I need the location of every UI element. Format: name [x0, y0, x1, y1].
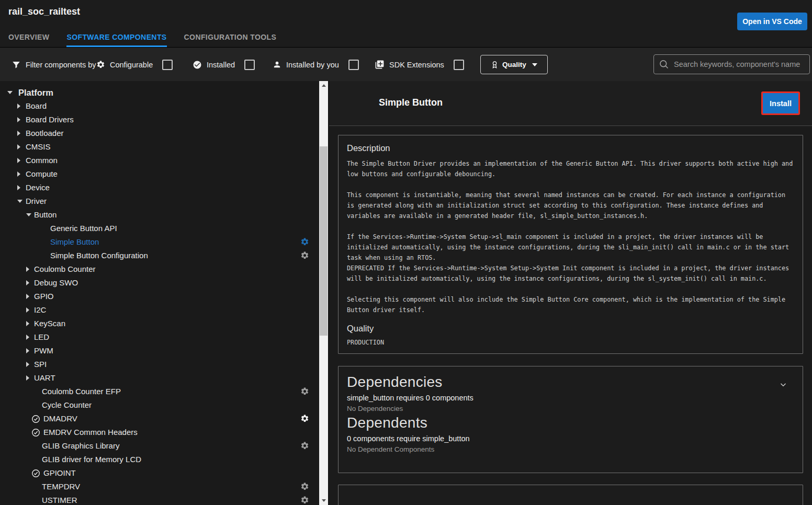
- description-paragraph: Selecting this component will also inclu…: [347, 294, 794, 315]
- collapsed-arrow-icon[interactable]: [26, 280, 29, 285]
- collapsed-arrow-icon[interactable]: [26, 362, 29, 367]
- tree-item-debug-swo[interactable]: Debug SWO: [0, 276, 319, 290]
- tree-item-simple-button[interactable]: Simple Button: [0, 235, 319, 249]
- collapsed-arrow-icon[interactable]: [17, 185, 20, 190]
- tree-item-spi[interactable]: SPI: [0, 358, 319, 371]
- tree-item-label: Device: [26, 183, 50, 192]
- search-input[interactable]: [653, 54, 810, 74]
- expanded-arrow-icon[interactable]: [7, 91, 13, 94]
- collapsed-arrow-icon[interactable]: [26, 348, 29, 353]
- tree-item-bootloader[interactable]: Bootloader: [0, 127, 319, 140]
- collapsed-arrow-icon[interactable]: [26, 267, 29, 272]
- scrollbar-up-button[interactable]: [319, 81, 328, 90]
- installed-by-you-checkbox[interactable]: [348, 60, 359, 70]
- scrollbar-down-button[interactable]: [319, 496, 328, 505]
- installed-checkbox[interactable]: [244, 60, 255, 70]
- quality-heading: Quality: [347, 324, 794, 334]
- next-section-card: [338, 485, 803, 505]
- collapsed-arrow-icon[interactable]: [17, 104, 20, 109]
- collapsed-arrow-icon[interactable]: [17, 117, 20, 122]
- configure-gear-icon[interactable]: [300, 441, 309, 450]
- tree-item-cmsis[interactable]: CMSIS: [0, 140, 319, 154]
- configure-gear-icon[interactable]: [300, 414, 309, 423]
- quality-filter-button[interactable]: Quality: [480, 55, 548, 74]
- tab-overview[interactable]: OVERVIEW: [8, 28, 49, 47]
- tree-item-simple-button-configuration[interactable]: Simple Button Configuration: [0, 249, 319, 262]
- tree-item-led[interactable]: LED: [0, 330, 319, 344]
- search-icon: [659, 59, 669, 70]
- tree-item-label: KeyScan: [34, 319, 65, 328]
- configure-gear-icon[interactable]: [300, 387, 309, 396]
- tree-item-label: EMDRV Common Headers: [43, 428, 138, 437]
- tree-item-glib-graphics-library[interactable]: GLIB Graphics Library: [0, 439, 319, 453]
- expanded-arrow-icon[interactable]: [17, 200, 22, 203]
- tree-item-glib-driver-for-memory-lcd[interactable]: GLIB driver for Memory LCD: [0, 453, 319, 466]
- check-circle-icon: [193, 60, 202, 70]
- tree-item-i2c[interactable]: I2C: [0, 303, 319, 317]
- tree-item-board-drivers[interactable]: Board Drivers: [0, 113, 319, 127]
- tree-item-driver[interactable]: Driver: [0, 194, 319, 208]
- configure-gear-icon[interactable]: [300, 496, 309, 504]
- configure-gear-icon[interactable]: [300, 482, 309, 491]
- tree-item-common[interactable]: Common: [0, 154, 319, 167]
- tree-item-label: Cycle Counter: [42, 400, 92, 409]
- filter-installed-by-you-label: Installed by you: [286, 61, 339, 69]
- open-in-vscode-button[interactable]: Open in VS Code: [737, 13, 807, 30]
- description-paragraph: This component is instantiable, meaning …: [347, 190, 794, 221]
- filter-configurable-label: Configurable: [110, 61, 153, 69]
- tree-item-ustimer[interactable]: USTIMER: [0, 493, 319, 505]
- tree-item-label: SPI: [34, 360, 47, 369]
- collapse-chevron-icon[interactable]: [779, 380, 788, 389]
- tree-item-label: Platform: [18, 88, 53, 97]
- tree-item-generic-button-api[interactable]: Generic Button API: [0, 222, 319, 235]
- tree-item-coulomb-counter[interactable]: Coulomb Counter: [0, 262, 319, 276]
- collapsed-arrow-icon[interactable]: [26, 375, 29, 381]
- dependencies-card: Dependencies simple_button requires 0 co…: [338, 366, 803, 473]
- tree-item-compute[interactable]: Compute: [0, 167, 319, 181]
- tree-item-cycle-counter[interactable]: Cycle Counter: [0, 398, 319, 412]
- tree-item-label: Board: [26, 101, 47, 110]
- tree-item-label: Coulomb Counter: [34, 265, 96, 273]
- expanded-arrow-icon[interactable]: [26, 213, 31, 216]
- tree-item-button[interactable]: Button: [0, 208, 319, 222]
- configure-gear-icon[interactable]: [300, 237, 309, 246]
- collapsed-arrow-icon[interactable]: [26, 321, 29, 326]
- tree-item-label: Compute: [26, 169, 58, 178]
- chevron-down-icon: [532, 63, 537, 66]
- tab-software-components[interactable]: SOFTWARE COMPONENTS: [66, 28, 166, 47]
- scrollbar-thumb[interactable]: [320, 146, 328, 336]
- tree-item-label: DMADRV: [43, 414, 77, 423]
- tree-item-uart[interactable]: UART: [0, 371, 319, 385]
- tree-item-dmadrv[interactable]: DMADRV: [0, 412, 319, 426]
- install-button[interactable]: Install: [761, 91, 800, 115]
- no-dependents-text: No Dependent Components: [347, 445, 794, 453]
- tree-item-coulomb-counter-efp[interactable]: Coulomb Counter EFP: [0, 385, 319, 398]
- tree-item-platform[interactable]: Platform: [0, 86, 319, 99]
- collapsed-arrow-icon[interactable]: [17, 131, 20, 136]
- tree-item-label: UART: [34, 373, 55, 382]
- component-detail-body: Description The Simple Button Driver pro…: [329, 127, 812, 505]
- installed-check-icon: [31, 469, 40, 478]
- tree-item-label: Board Drivers: [26, 115, 74, 124]
- configurable-checkbox[interactable]: [162, 60, 173, 70]
- filter-sdk-extensions: SDK Extensions: [375, 48, 464, 82]
- tree-item-board[interactable]: Board: [0, 99, 319, 113]
- collapsed-arrow-icon[interactable]: [17, 171, 20, 177]
- installed-check-icon: [31, 415, 40, 423]
- collapsed-arrow-icon[interactable]: [17, 144, 20, 150]
- tree-item-emdrv-common-headers[interactable]: EMDRV Common Headers: [0, 426, 319, 439]
- collapsed-arrow-icon[interactable]: [26, 294, 29, 299]
- collapsed-arrow-icon[interactable]: [17, 158, 20, 163]
- tree-item-pwm[interactable]: PWM: [0, 344, 319, 358]
- collapsed-arrow-icon[interactable]: [26, 307, 29, 313]
- configure-gear-icon[interactable]: [300, 251, 309, 260]
- tree-item-device[interactable]: Device: [0, 181, 319, 194]
- tree-item-keyscan[interactable]: KeyScan: [0, 317, 319, 330]
- tree-item-gpio[interactable]: GPIO: [0, 290, 319, 303]
- tree-scrollbar[interactable]: [319, 81, 328, 505]
- tree-item-tempdrv[interactable]: TEMPDRV: [0, 480, 319, 493]
- tab-configuration-tools[interactable]: CONFIGURATION TOOLS: [184, 28, 277, 47]
- tree-item-gpioint[interactable]: GPIOINT: [0, 466, 319, 480]
- collapsed-arrow-icon[interactable]: [26, 335, 29, 340]
- sdk-extensions-checkbox[interactable]: [454, 60, 464, 70]
